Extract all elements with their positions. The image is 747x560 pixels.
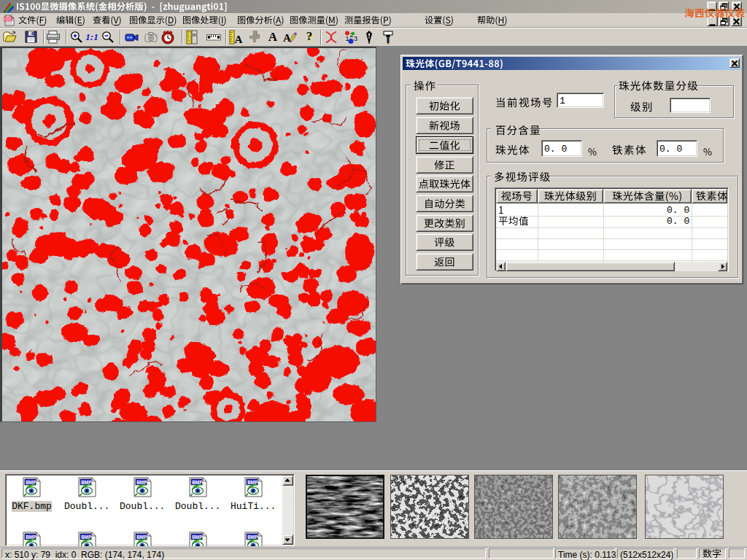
svg-text:A: A bbox=[235, 34, 243, 45]
svg-text:BMP: BMP bbox=[26, 480, 36, 485]
svg-text:BMP: BMP bbox=[192, 480, 203, 485]
svg-text:DOC: DOC bbox=[5, 17, 14, 21]
svg-text:BMP: BMP bbox=[81, 534, 92, 540]
svg-text:BMP: BMP bbox=[81, 480, 92, 485]
svg-text:BMP: BMP bbox=[136, 534, 147, 540]
svg-text:3: 3 bbox=[354, 35, 357, 42]
svg-text:BMP: BMP bbox=[247, 534, 258, 540]
svg-text:BMP: BMP bbox=[136, 480, 147, 485]
svg-text:BMP: BMP bbox=[247, 480, 258, 485]
svg-text:BMP: BMP bbox=[26, 534, 36, 540]
svg-text:BMP: BMP bbox=[192, 534, 203, 540]
